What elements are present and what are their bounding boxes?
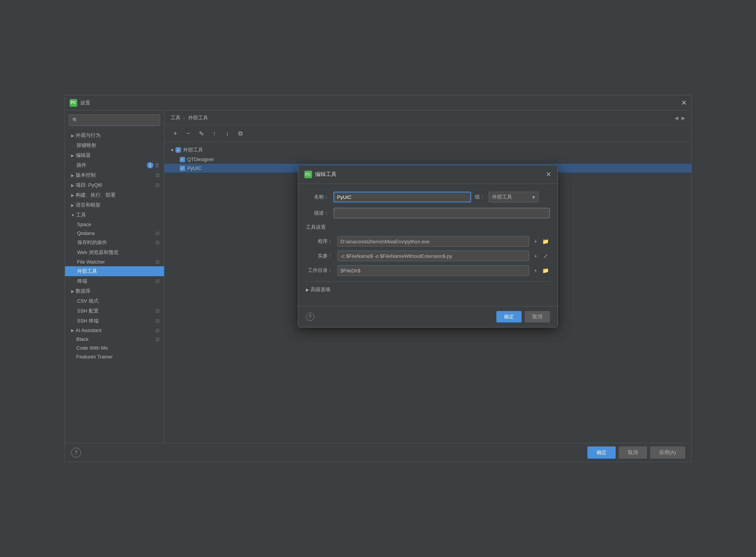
sidebar-item-label: Space	[77, 221, 91, 227]
term-badge: ⊡	[156, 278, 159, 284]
sidebar-item-space[interactable]: Space	[65, 220, 164, 229]
description-input[interactable]	[333, 208, 550, 218]
breadcrumb-part2: 外部工具	[188, 114, 208, 121]
sidebar-item-appearance[interactable]: ▶ 外观与行为	[65, 130, 164, 140]
sidebar-item-label: Web 浏览器和预览	[77, 249, 119, 256]
sidebar-item-label: 项目: PyQt6	[76, 182, 102, 189]
workdir-row: 工作目录： $FileDir$ + 📁	[306, 265, 550, 276]
sidebar-item-build[interactable]: ▶ 构建、执行、部署	[65, 190, 164, 200]
workdir-input[interactable]: $FileDir$	[337, 265, 529, 276]
sidebar-item-label: CSV 格式	[77, 298, 99, 305]
copy-icon: ⊡	[156, 328, 159, 333]
workdir-folder-button[interactable]: 📁	[541, 266, 550, 275]
args-label: 实参：	[306, 252, 333, 259]
sidebar-item-label: 语言和框架	[76, 202, 101, 208]
copy-button[interactable]: ⧉	[236, 129, 245, 138]
dropdown-arrow-icon: ▾	[532, 194, 535, 200]
expand-arrow-icon: ▼	[71, 213, 75, 217]
program-folder-button[interactable]: 📁	[541, 237, 550, 246]
breadcrumb: 工具 › 外部工具 ◀ ▶	[164, 111, 691, 125]
window-close-button[interactable]: ✕	[681, 99, 687, 106]
dialog-cancel-button[interactable]: 取消	[525, 311, 550, 322]
move-down-button[interactable]: ↓	[223, 129, 232, 138]
args-add-button[interactable]: +	[532, 252, 540, 260]
sidebar-item-label: SSH 终端	[77, 318, 99, 324]
footer-apply-button[interactable]: 应用(A)	[650, 446, 685, 459]
edit-tool-dialog: PC 编辑工具 ✕ 名称： 组： 外	[298, 165, 558, 327]
dialog-close-button[interactable]: ✕	[546, 171, 551, 178]
copy-icon: ⊡	[156, 182, 159, 188]
dialog-help-button[interactable]: ?	[306, 313, 314, 321]
advanced-label: 高级选项	[311, 286, 330, 293]
args-expand-button[interactable]: ⤢	[541, 252, 550, 260]
sidebar-item-terminal[interactable]: 终端 ⊡	[65, 276, 164, 286]
sidebar-item-label: 保存时的操作	[77, 239, 107, 246]
copy-icon: ⊡	[156, 318, 159, 324]
edit-button[interactable]: ✎	[197, 129, 206, 138]
sidebar-item-external-tools[interactable]: 外部工具	[65, 266, 164, 276]
program-actions: + 📁	[532, 237, 550, 246]
plugin-badge: 1 文	[147, 162, 159, 169]
program-label: 程序：	[306, 238, 333, 245]
nav-back-icon[interactable]: ◀	[675, 115, 678, 121]
sidebar-item-code-with-me[interactable]: Code With Me	[65, 344, 164, 352]
sidebar-item-csv[interactable]: CSV 格式	[65, 296, 164, 306]
save-badge: ⊡	[156, 240, 159, 245]
expand-arrow-icon: ▶	[71, 193, 74, 197]
expand-arrow-icon: ▶	[71, 183, 74, 187]
sidebar-item-language[interactable]: ▶ 语言和框架	[65, 200, 164, 210]
workdir-add-button[interactable]: +	[532, 266, 540, 275]
copy-icon: ⊡	[156, 278, 159, 284]
args-input[interactable]: -c $FileName$ -o $FileNameWithoutExtensi…	[337, 251, 529, 261]
sidebar-item-tools[interactable]: ▼ 工具	[65, 210, 164, 220]
program-input[interactable]: D:\anaconda3\envs\MwaEnv\python.exe	[337, 236, 529, 247]
program-add-button[interactable]: +	[532, 237, 540, 246]
footer-confirm-button[interactable]: 确定	[587, 446, 616, 459]
group-value: 外部工具	[492, 194, 512, 200]
sidebar-item-label: 构建、执行、部署	[76, 192, 115, 199]
fw-badge: ⊡	[156, 259, 159, 265]
vcs-badge: ⊡	[156, 173, 159, 178]
add-button[interactable]: +	[171, 129, 180, 138]
sidebar-item-ai[interactable]: ▶ AI Assistant ⊡	[65, 326, 164, 335]
sidebar-item-ssh-config[interactable]: SSH 配置 ⊡	[65, 306, 164, 316]
move-up-button[interactable]: ↑	[210, 129, 219, 138]
search-input[interactable]: 🔍	[69, 114, 160, 126]
sidebar-item-label: AI Assistant	[76, 327, 102, 333]
sidebar-item-label: 外部工具	[77, 268, 97, 275]
project-badge: ⊡	[156, 182, 159, 188]
sidebar-item-database[interactable]: ▶ 数据库	[65, 286, 164, 296]
name-input[interactable]	[333, 192, 471, 202]
nav-forward-icon[interactable]: ▶	[681, 115, 685, 121]
sidebar-item-editor[interactable]: ▶ 编辑器	[65, 150, 164, 160]
sidebar-item-save-actions[interactable]: 保存时的操作 ⊡	[65, 238, 164, 248]
group-select[interactable]: 外部工具 ▾	[489, 192, 538, 202]
black-badge: ⊡	[156, 337, 159, 342]
sidebar-item-label: 数据库	[76, 288, 91, 295]
sidebar-item-ssh-terminal[interactable]: SSH 终端 ⊡	[65, 316, 164, 326]
sidebar-item-label: 版本控制	[76, 172, 96, 179]
program-row: 程序： D:\anaconda3\envs\MwaEnv\python.exe …	[306, 236, 550, 247]
copy-icon: ⊡	[156, 308, 159, 314]
sidebar-item-features-trainer[interactable]: Features Trainer	[65, 352, 164, 361]
sidebar-item-keymap[interactable]: 按键映射	[65, 140, 164, 150]
sidebar-item-file-watcher[interactable]: File Watcher ⊡	[65, 257, 164, 266]
footer-cancel-button[interactable]: 取消	[619, 446, 647, 459]
sidebar-item-label: Features Trainer	[76, 354, 113, 360]
dialog-confirm-button[interactable]: 确定	[496, 311, 522, 322]
sidebar-item-web-browser[interactable]: Web 浏览器和预览	[65, 248, 164, 257]
workdir-actions: + 📁	[532, 266, 550, 275]
dialog-header: PC 编辑工具 ✕	[298, 165, 558, 184]
sidebar-item-label: 外观与行为	[76, 132, 101, 139]
remove-button[interactable]: −	[184, 129, 193, 138]
sidebar-item-qodana[interactable]: Qodana ⊡	[65, 229, 164, 238]
advanced-section[interactable]: ▶ 高级选项	[306, 281, 550, 293]
footer-help-button[interactable]: ?	[71, 448, 81, 458]
expand-arrow-icon: ▶	[71, 153, 74, 158]
tool-settings-title: 工具设置	[306, 224, 550, 231]
sidebar-item-plugins[interactable]: 插件 1 文	[65, 160, 164, 170]
sidebar-item-black[interactable]: Black ⊡	[65, 335, 164, 344]
sidebar-item-project[interactable]: ▶ 项目: PyQt6 ⊡	[65, 180, 164, 190]
sidebar-item-vcs[interactable]: ▶ 版本控制 ⊡	[65, 170, 164, 180]
title-bar: PC 设置 ✕	[65, 95, 691, 111]
